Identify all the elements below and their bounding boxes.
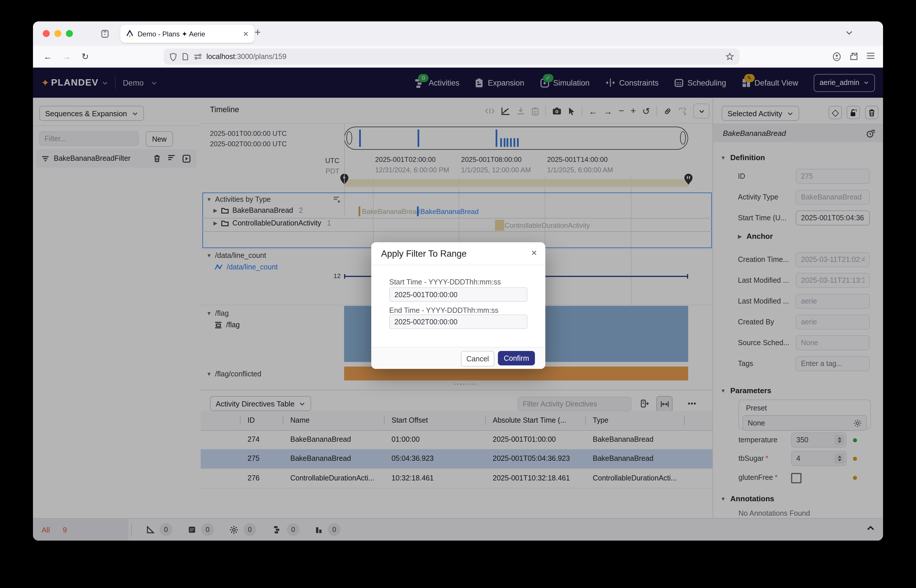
new-tab-button[interactable]: + — [254, 26, 261, 39]
modal-title: Apply Filter To Range — [381, 249, 467, 259]
browser-tab[interactable]: Demo - Plans ✦ Aerie ✕ — [120, 25, 254, 43]
tab-list-chevron-icon[interactable] — [845, 29, 853, 36]
page-info-icon[interactable] — [182, 53, 189, 61]
url-host: localhost — [207, 53, 235, 61]
screenshot-stage: Demo - Plans ✦ Aerie ✕ + ← → ↻ localhost… — [0, 0, 916, 588]
browser-window: Demo - Plans ✦ Aerie ✕ + ← → ↻ localhost… — [33, 21, 883, 541]
confirm-button[interactable]: Confirm — [498, 351, 535, 365]
close-window-button[interactable] — [43, 30, 50, 37]
modal-start-time-input[interactable] — [389, 288, 527, 302]
apply-filter-modal: Apply Filter To Range ✕ Start Time - YYY… — [371, 242, 545, 369]
reload-icon[interactable]: ↻ — [82, 51, 89, 61]
modal-close-icon[interactable]: ✕ — [531, 249, 537, 257]
browser-toolbar: ← → ↻ localhost:3000/plans/159 — [33, 46, 883, 68]
end-time-label: End Time - YYYY-DDDThh:mm:ss — [389, 307, 499, 315]
forward-icon[interactable]: → — [63, 52, 71, 61]
tab-close-icon[interactable]: ✕ — [243, 30, 249, 38]
aerie-app: ✦ PLANDEV Demo 0 Activities — [33, 68, 883, 541]
extensions-icon[interactable] — [850, 52, 858, 61]
permissions-icon[interactable] — [194, 53, 202, 60]
modal-end-time-input[interactable] — [389, 315, 527, 329]
profile-icon[interactable] — [832, 52, 842, 61]
url-path: :3000/plans/159 — [235, 53, 286, 61]
modal-footer: Cancel Confirm — [371, 347, 545, 369]
tab-title: Demo - Plans ✦ Aerie — [137, 30, 243, 38]
bookmark-star-icon[interactable] — [726, 53, 734, 61]
tab-overview-icon[interactable] — [101, 29, 109, 38]
aerie-logo-icon — [126, 30, 134, 38]
zoom-window-button[interactable] — [66, 30, 73, 37]
minimize-window-button[interactable] — [54, 30, 61, 37]
divider — [371, 265, 545, 265]
start-time-label: Start Time - YYYY-DDDThh:mm:ss — [389, 278, 501, 286]
browser-tab-strip: Demo - Plans ✦ Aerie ✕ + — [33, 21, 883, 46]
url-bar[interactable]: localhost:3000/plans/159 — [164, 48, 740, 65]
back-icon[interactable]: ← — [44, 52, 52, 61]
cancel-button[interactable]: Cancel — [461, 351, 494, 367]
shield-icon[interactable] — [170, 52, 177, 61]
menu-hamburger-icon[interactable] — [866, 52, 875, 61]
